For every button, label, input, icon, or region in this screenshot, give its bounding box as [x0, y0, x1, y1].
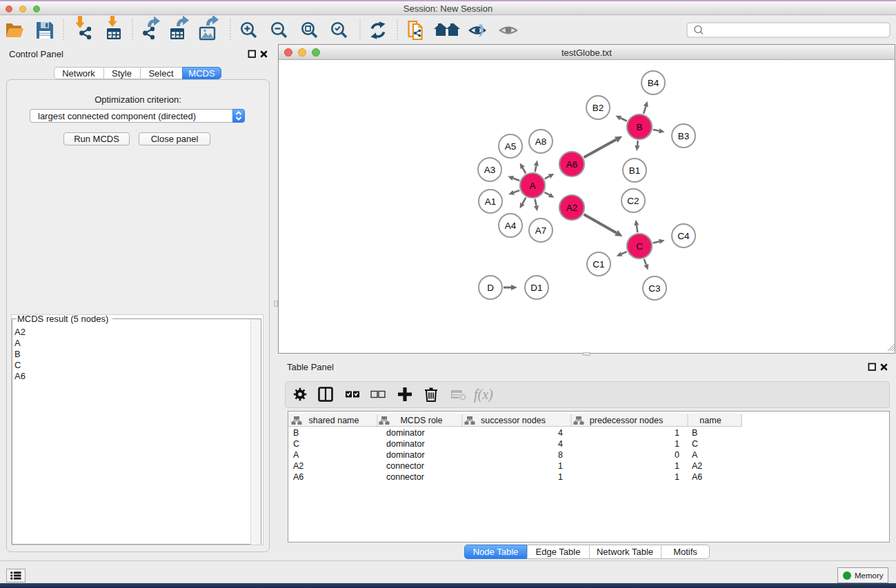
svg-text:dominator: dominator — [386, 439, 425, 449]
svg-text:1: 1 — [675, 461, 679, 471]
svg-text:A3: A3 — [484, 165, 496, 175]
svg-text:1: 1 — [675, 472, 679, 482]
svg-text:A2: A2 — [293, 461, 303, 471]
svg-text:D1: D1 — [530, 283, 542, 293]
svg-text:connector: connector — [386, 461, 424, 471]
svg-text:A5: A5 — [505, 141, 517, 152]
svg-text:0: 0 — [675, 450, 679, 460]
svg-text:1: 1 — [675, 439, 679, 449]
svg-text:1: 1 — [558, 461, 563, 471]
svg-text:4: 4 — [558, 428, 563, 438]
svg-text:name: name — [699, 416, 721, 425]
svg-text:A8: A8 — [535, 136, 547, 147]
svg-text:A6: A6 — [692, 472, 702, 482]
svg-text:B: B — [293, 428, 299, 438]
svg-text:C: C — [293, 439, 299, 449]
svg-text:B: B — [692, 428, 697, 438]
svg-text:dominator: dominator — [386, 428, 425, 438]
svg-text:C: C — [636, 241, 643, 252]
svg-text:1: 1 — [675, 428, 679, 438]
svg-text:B3: B3 — [678, 131, 690, 141]
svg-text:A6: A6 — [293, 472, 303, 482]
svg-text:B: B — [636, 122, 642, 132]
svg-text:A4: A4 — [505, 221, 517, 231]
svg-text:dominator: dominator — [386, 450, 425, 460]
svg-text:B4: B4 — [648, 78, 659, 88]
svg-text:MCDS role: MCDS role — [400, 416, 442, 425]
svg-text:A7: A7 — [535, 225, 547, 236]
svg-text:D: D — [487, 283, 494, 293]
svg-text:4: 4 — [558, 439, 563, 449]
svg-text:C: C — [692, 439, 698, 449]
svg-text:A: A — [293, 450, 299, 460]
svg-text:A2: A2 — [566, 203, 578, 213]
svg-text:A: A — [529, 181, 535, 191]
svg-text:A6: A6 — [566, 159, 578, 170]
svg-text:successor nodes: successor nodes — [481, 416, 546, 425]
svg-text:B2: B2 — [593, 103, 604, 113]
svg-text:C2: C2 — [627, 196, 639, 206]
svg-text:C3: C3 — [648, 283, 660, 294]
svg-text:predecessor nodes: predecessor nodes — [590, 416, 663, 425]
svg-text:A2: A2 — [692, 461, 702, 471]
svg-text:f(x): f(x) — [474, 387, 493, 403]
svg-text:A: A — [692, 450, 698, 460]
svg-text:shared name: shared name — [309, 416, 359, 425]
svg-text:B1: B1 — [629, 165, 641, 176]
svg-text:C4: C4 — [677, 231, 690, 241]
svg-text:A1: A1 — [485, 196, 497, 207]
svg-text:8: 8 — [558, 450, 563, 460]
svg-text:connector: connector — [386, 472, 424, 482]
svg-text:C1: C1 — [593, 259, 604, 270]
svg-text:1: 1 — [558, 472, 563, 482]
